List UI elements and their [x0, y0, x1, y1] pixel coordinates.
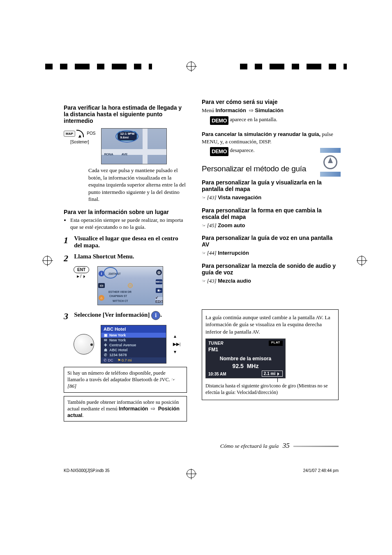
next-turn-distance: 2.1 mi ⏵: [262, 371, 283, 377]
step-3-text: Seleccione [Ver información] i.: [74, 311, 187, 320]
ref-zoom-auto: ☞ [45] Zoom auto: [202, 222, 339, 229]
page-number: 35: [283, 442, 290, 449]
place-info-note: Esta operación siempre se puede realizar…: [70, 217, 187, 231]
print-timestamp: 24/1/07 2:48:44 pm: [303, 468, 339, 473]
map-button-hold: MAP POS [Sostener]: [64, 128, 95, 144]
place-info-notes: Esta operación siempre se puede realizar…: [64, 217, 187, 231]
footer-rule-icon: [293, 446, 339, 447]
heading-custom-mix: Para personalizar la mezcla de sonido de…: [202, 263, 339, 276]
scroll-down-icon[interactable]: ▼: [173, 350, 180, 354]
menu-path: Menú Información ⇨ Simulación: [202, 107, 339, 114]
ent-button[interactable]: ENT: [74, 266, 89, 273]
scale-icon: ▭: [98, 283, 105, 288]
list-item: ▣New York: [101, 333, 166, 338]
heading-custom-voice-av: Para personalizar la guía de voz en una …: [202, 235, 339, 248]
map-street-label: WITTICH CT: [113, 299, 128, 302]
step-2-text: Llama Shortcut Menu.: [74, 253, 187, 260]
badge-icon: 40011: [156, 279, 162, 284]
registration-mark-icon: [357, 256, 366, 265]
shortcut-menu-screenshot: i ▭ ⌂ ◎ 40011 ★- ↙ EDIT 236TH ST ESTHER …: [97, 266, 163, 305]
footer-section-title: Cómo se efectuará la guía: [220, 443, 279, 449]
list-item: ✚Central Avenue: [101, 343, 166, 348]
map-street-label: 236TH ST: [108, 272, 121, 275]
step-2-number: 2: [64, 253, 73, 264]
step-1-text: Visualice el lugar que desea en el centr…: [74, 235, 187, 249]
demo-icon: DEMO: [210, 116, 228, 125]
tuner-band: FM1: [208, 347, 283, 353]
list-item: ✆1234 5678: [101, 352, 166, 357]
tuner-clock: 10:35 AM: [208, 371, 226, 377]
hold-label: [Sostener]: [64, 140, 95, 144]
map-button[interactable]: MAP: [64, 131, 75, 137]
compass-icon: [323, 155, 337, 169]
map-street-label: ESTHER VIEW DR: [108, 290, 131, 293]
heading-custom-map: Para personalizar la guía y visualizarla…: [202, 179, 339, 192]
callout-av-guidance: La guía continúa aunque usted cambie a l…: [202, 309, 339, 400]
next-track-icon[interactable]: ▶▶|: [173, 342, 180, 346]
tuner-frequency: 92.5 MHz: [208, 362, 283, 370]
list-item: ✉New York: [101, 338, 166, 343]
target-icon: ◎: [156, 269, 162, 275]
registration-mark-icon: [43, 256, 52, 265]
step-1-number: 1: [64, 235, 73, 246]
map-eta-screenshot: 12:1 9PM 9.6mi RONA AVE: [101, 128, 167, 164]
map-cursor-icon: [128, 283, 133, 288]
demo-appears: DEMO aparece en la pantalla.: [210, 116, 339, 125]
distance-caption: Distancia hasta el siguiente giro/icono …: [205, 382, 335, 396]
rotary-knob-icon[interactable]: [74, 334, 94, 355]
av-guidance-note: La guía continúa aunque usted cambie a l…: [205, 314, 335, 336]
compass-badge: [320, 148, 341, 179]
cancel-sim: Para cancelar la simulación y reanudar l…: [202, 131, 339, 145]
print-file-info: KD-NX5000[J]SP.indb 35 24/1/07 2:48:44 p…: [64, 468, 339, 473]
map-street-label: RONA: [104, 152, 113, 156]
pos-label: POS: [87, 131, 95, 136]
demo-icon: DEMO: [210, 147, 228, 156]
callout-position: También puede obtener información sobre …: [64, 396, 187, 422]
star-menu-icon: ★-: [156, 288, 162, 293]
left-column: Para verificar la hora estimada de llega…: [64, 99, 187, 425]
list-item: ☗ABC Hotel: [101, 348, 166, 352]
edit-chip: ↙ EDIT: [155, 297, 163, 302]
home-icon: ⌂: [99, 295, 104, 301]
ref-mezcla-audio: ☞ [43] Mezcla audio: [202, 277, 339, 285]
highlight-circle-icon: [115, 130, 138, 143]
heading-preview-trip: Para ver cómo será su viaje: [202, 99, 339, 105]
callout-phone: Si hay un número de teléfono disponible,…: [64, 367, 187, 393]
step-3-number: 3: [64, 311, 73, 322]
play-next-icon: ►/ ⏵: [74, 274, 89, 279]
ref-interrupcion: ☞ [44] Interrupción: [202, 249, 339, 257]
source-file-label: KD-NX5000[J]SP.indb 35: [64, 468, 110, 473]
demo-disappears: DEMO desaparece.: [210, 147, 339, 156]
list-footer: ✆ DC ⚑ 0.7 mi: [101, 357, 166, 363]
scroll-up-icon[interactable]: ▲: [173, 334, 180, 339]
heading-place-info: Para ver la información sobre un lugar: [64, 209, 187, 215]
page-content: Para verificar la hora estimada de llega…: [64, 99, 339, 425]
eta-explanation: Cada vez que pulsa y mantiene pulsado el…: [88, 167, 187, 203]
section-customize-guidance: Personalizar el método de guía: [202, 164, 339, 173]
station-name: Nombre de la emisora: [208, 356, 283, 362]
ref-vista-nav: ☞ [43] Vista navegación: [202, 194, 339, 201]
registration-mark-icon: [187, 62, 196, 71]
page-footer: Cómo se efectuará la guía 35: [64, 442, 339, 450]
right-column: Para ver cómo será su viaje Menú Informa…: [202, 99, 339, 425]
info-icon: i: [151, 311, 160, 320]
eq-flat-badge: FLAT: [269, 341, 283, 346]
tuner-screenshot: TUNER FLAT FM1 Nombre de la emisora 92.5…: [205, 339, 286, 378]
map-street-label: CHAPMAN ST: [109, 295, 127, 297]
map-street-label: AVE: [121, 152, 127, 156]
tuner-label: TUNER: [208, 341, 224, 346]
heading-custom-scale: Para personalizar la forma en que cambia…: [202, 207, 339, 220]
info-list-screenshot: ABC Hotel ▣New York ✉New York ✚Central A…: [101, 325, 166, 364]
list-title: ABC Hotel: [101, 325, 166, 333]
hold-arrow-icon: [76, 128, 85, 139]
heading-verify-eta: Para verificar la hora estimada de llega…: [64, 104, 187, 124]
